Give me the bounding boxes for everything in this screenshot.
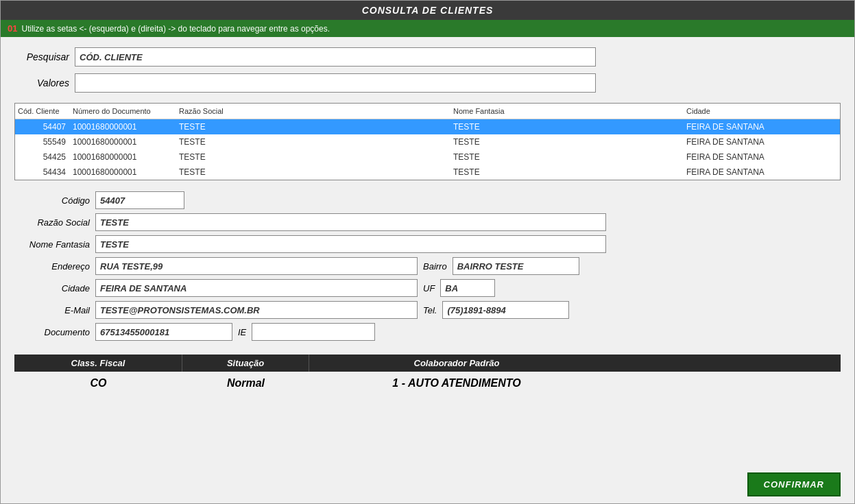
cell-razao: TESTE	[176, 121, 450, 133]
cell-doc: 10001680000001	[70, 151, 176, 163]
razao-row: Razão Social	[14, 213, 841, 231]
ie-label: IE	[238, 327, 246, 337]
cell-razao: TESTE	[176, 136, 450, 148]
col-header-razao: Razão Social	[176, 106, 450, 117]
codigo-input[interactable]	[95, 191, 184, 209]
razao-input[interactable]	[95, 213, 606, 231]
uf-input[interactable]	[440, 279, 495, 297]
bottom-value-situacao: Normal	[182, 377, 309, 389]
bottom-col-colaborador: Colaborador Padrão	[309, 355, 604, 372]
cell-fantasia: TESTE	[450, 121, 684, 133]
uf-label: UF	[423, 283, 435, 293]
cell-doc: 10001680000001	[70, 136, 176, 148]
bottom-values: CO Normal 1 - AUTO ATENDIMENTO	[14, 372, 841, 395]
cell-cod: 54425	[15, 151, 70, 163]
search-input[interactable]	[75, 47, 596, 67]
table-row[interactable]: 54434 10001680000001 TESTE TESTE FEIRA D…	[15, 165, 840, 180]
table-row[interactable]: 54407 10001680000001 TESTE TESTE FEIRA D…	[15, 119, 840, 134]
values-label: Valores	[14, 77, 69, 88]
info-number: 01	[8, 23, 17, 34]
bottom-col-fiscal: Class. Fiscal	[14, 355, 182, 372]
col-header-cidade: Cidade	[684, 106, 807, 117]
col-header-fantasia: Nome Fantasia	[450, 106, 684, 117]
documento-label: Documento	[14, 327, 90, 337]
cell-fantasia: TESTE	[450, 136, 684, 148]
col-header-cod: Cód. Cliente	[15, 106, 70, 117]
cell-cidade: FEIRA DE SANTANA	[684, 151, 807, 163]
documento-input[interactable]	[95, 323, 232, 341]
fantasia-label: Nome Fantasia	[14, 239, 90, 250]
cell-cidade: FEIRA DE SANTANA	[684, 166, 807, 178]
ie-input[interactable]	[252, 323, 375, 341]
endereco-input[interactable]	[95, 257, 418, 275]
bottom-col-situacao: Situação	[182, 355, 309, 372]
documento-row: Documento IE	[14, 323, 841, 341]
codigo-row: Código	[14, 191, 841, 209]
cell-doc: 10001680000001	[70, 166, 176, 178]
codigo-label: Código	[14, 195, 90, 206]
email-row: E-Mail Tel.	[14, 301, 841, 319]
tel-input[interactable]	[442, 301, 569, 319]
bottom-value-fiscal: CO	[14, 377, 182, 389]
endereco-row: Endereço Bairro	[14, 257, 841, 275]
confirm-button[interactable]: CONFIRMAR	[747, 472, 841, 496]
fantasia-row: Nome Fantasia	[14, 235, 841, 253]
razao-label: Razão Social	[14, 217, 90, 228]
cell-cidade: FEIRA DE SANTANA	[684, 121, 807, 133]
values-row: Valores	[14, 73, 841, 93]
bottom-table: Class. Fiscal Situação Colaborador Padrã…	[14, 355, 841, 395]
email-input[interactable]	[95, 301, 418, 319]
tel-label: Tel.	[423, 305, 437, 315]
bottom-header: Class. Fiscal Situação Colaborador Padrã…	[14, 355, 841, 372]
search-label: Pesquisar	[14, 51, 69, 62]
window-title: CONSULTA DE CLIENTES	[1, 1, 854, 20]
bairro-label: Bairro	[423, 261, 447, 272]
results-table: Cód. Cliente Número do Documento Razão S…	[14, 103, 841, 180]
cell-fantasia: TESTE	[450, 166, 684, 178]
cell-cod: 54434	[15, 166, 70, 178]
confirm-row: CONFIRMAR	[1, 466, 854, 503]
cidade-label: Cidade	[14, 283, 90, 293]
table-row[interactable]: 55549 10001680000001 TESTE TESTE FEIRA D…	[15, 134, 840, 149]
cell-doc: 10001680000001	[70, 121, 176, 133]
cidade-input[interactable]	[95, 279, 418, 297]
cell-cod: 55549	[15, 136, 70, 148]
table-header: Cód. Cliente Número do Documento Razão S…	[15, 104, 840, 119]
email-label: E-Mail	[14, 305, 90, 315]
cell-razao: TESTE	[176, 151, 450, 163]
table-row[interactable]: 54425 10001680000001 TESTE TESTE FEIRA D…	[15, 149, 840, 165]
cell-cidade: FEIRA DE SANTANA	[684, 136, 807, 148]
bairro-input[interactable]	[453, 257, 579, 275]
cell-razao: TESTE	[176, 166, 450, 178]
info-bar: 01 Utilize as setas <- (esquerda) e (dir…	[1, 20, 854, 37]
table-body: 54407 10001680000001 TESTE TESTE FEIRA D…	[15, 119, 840, 180]
values-input[interactable]	[75, 73, 596, 93]
info-message: Utilize as setas <- (esquerda) e (direit…	[21, 24, 330, 34]
cidade-row: Cidade UF	[14, 279, 841, 297]
bottom-value-colaborador: 1 - AUTO ATENDIMENTO	[309, 377, 604, 389]
cell-fantasia: TESTE	[450, 151, 684, 163]
search-row: Pesquisar	[14, 47, 841, 67]
cell-cod: 54407	[15, 121, 70, 133]
form-section: Código Razão Social Nome Fantasia Endere…	[14, 191, 841, 341]
fantasia-input[interactable]	[95, 235, 606, 253]
endereco-label: Endereço	[14, 261, 90, 272]
col-header-doc: Número do Documento	[70, 106, 176, 117]
